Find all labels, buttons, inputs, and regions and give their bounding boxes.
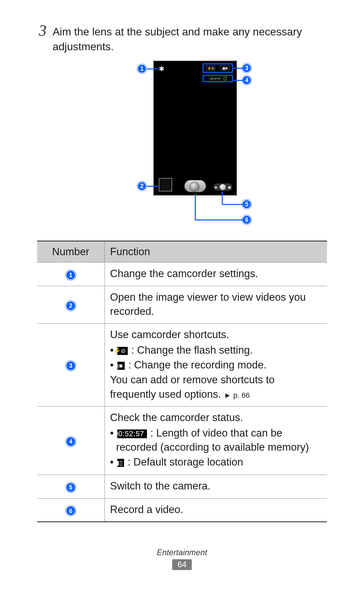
row-badge-6: 6 (66, 506, 76, 516)
step-number: 3 (37, 23, 47, 38)
step-row: 3 Aim the lens at the subject and make a… (37, 23, 327, 54)
table-row: 3 Use camcorder shortcuts. • ⚡⊘ : Change… (37, 323, 327, 406)
table-row: 1 Change the camcorder settings. (37, 263, 327, 286)
gear-icon: ✱ (159, 65, 164, 73)
lead-6h (195, 219, 243, 220)
callout-4: 4 (242, 76, 251, 85)
th-function: Function (104, 241, 327, 263)
row4-b1: • 00:52:57 : Length of video that can be… (116, 426, 322, 454)
row-fn-4: Check the camcorder status. • 00:52:57 :… (104, 406, 327, 475)
recmode-icon: ▣■ (117, 362, 125, 370)
table-row: 6 Record a video. (37, 498, 327, 522)
flash-icon: ⚡⊘ (206, 65, 215, 71)
table-row: 5 Switch to the camera. (37, 475, 327, 498)
recmode-icon: ▣■ (220, 65, 230, 71)
step-text: Aim the lens at the subject and make any… (53, 23, 327, 54)
phone-screen: ✱ ⚡⊘ ▣■ 00:52:57 ■‹ ▣ (153, 61, 237, 196)
function-table: Number Function 1 Change the camcorder s… (37, 241, 327, 522)
row-fn-5: Switch to the camera. (104, 475, 327, 498)
camcorder-diagram: ✱ ⚡⊘ ▣■ 00:52:57 ■‹ ▣ 1 3 4 2 (37, 61, 327, 233)
callout-6: 6 (242, 215, 251, 225)
viewer-thumbnail (159, 178, 172, 191)
callout-5: 5 (242, 200, 251, 209)
th-number: Number (37, 241, 104, 263)
storage-icon: ▯▮▯ (117, 459, 124, 467)
row-badge-4: 4 (66, 437, 76, 447)
record-button (184, 180, 206, 192)
callout-2: 2 (137, 181, 147, 191)
callout-1: 1 (137, 64, 147, 73)
row-badge-1: 1 (66, 270, 76, 280)
lead-1 (147, 68, 158, 69)
lead-3 (233, 68, 243, 69)
status-time: 00:52:57 (209, 77, 222, 81)
row4-b2-text: : Default storage location (125, 456, 243, 468)
video-icon: ■‹ (215, 185, 218, 189)
row3-b2: • ▣■ : Change the recording mode. (116, 358, 322, 372)
row-badge-2: 2 (66, 301, 76, 311)
status-panel: 00:52:57 (203, 75, 233, 82)
row3-b2-text: : Change the recording mode. (125, 359, 267, 371)
row-fn-6: Record a video. (104, 498, 327, 522)
storage-icon (223, 77, 227, 81)
switch-knob (220, 184, 226, 190)
row-fn-1: Change the camcorder settings. (104, 263, 327, 286)
camera-icon: ▣ (228, 185, 231, 189)
row4-b2: • ▯▮▯ : Default storage location (116, 455, 322, 469)
lead-2 (147, 186, 158, 187)
mode-switch: ■‹ ▣ (213, 183, 232, 191)
flash-icon: ⚡⊘ (117, 347, 128, 355)
table-row: 4 Check the camcorder status. • 00:52:57… (37, 406, 327, 475)
row4-intro: Check the camcorder status. (110, 412, 243, 423)
callout-3: 3 (242, 63, 251, 73)
time-icon: 00:52:57 (117, 429, 147, 438)
row3-b1-text: : Change the flash setting. (128, 344, 253, 356)
lead-4 (233, 80, 243, 81)
row3-b1: • ⚡⊘ : Change the flash setting. (116, 343, 322, 357)
lead-5h (222, 204, 243, 205)
row3-intro: Use camcorder shortcuts. (110, 329, 229, 340)
row-badge-3: 3 (66, 361, 76, 371)
row-fn-2: Open the image viewer to view videos you… (104, 286, 327, 323)
page-ref: ► p. 66 (224, 391, 250, 399)
lead-5v (222, 191, 223, 204)
table-row: 2 Open the image viewer to view videos y… (37, 286, 327, 323)
shortcut-panel: ⚡⊘ ▣■ (203, 63, 233, 73)
row-fn-3: Use camcorder shortcuts. • ⚡⊘ : Change t… (104, 323, 327, 406)
row-badge-5: 5 (66, 482, 76, 492)
row3-outro: You can add or remove shortcuts to frequ… (110, 374, 275, 400)
page-number: 64 (172, 559, 192, 570)
lead-6v (195, 193, 196, 220)
section-name: Entertainment (0, 548, 364, 557)
page-footer: Entertainment 64 (0, 548, 364, 570)
